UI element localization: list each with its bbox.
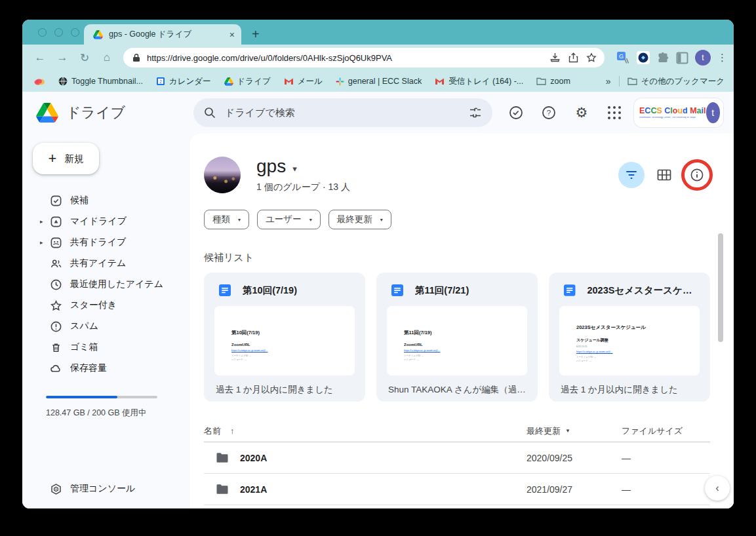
settings-gear-icon[interactable]: ⚙	[568, 100, 595, 126]
new-tab-button[interactable]: +	[252, 28, 260, 41]
card-footer: 過去 1 か月以内に開きました	[204, 375, 365, 396]
title-dropdown-icon[interactable]: ▾	[292, 164, 297, 174]
apps-grid-icon[interactable]	[601, 100, 627, 126]
filter-button[interactable]	[618, 162, 645, 188]
filter-chip-people[interactable]: ユーザー▾	[257, 210, 321, 229]
search-options-icon[interactable]	[469, 107, 482, 119]
sidebar-item-admin-console[interactable]: 管理コンソール	[22, 478, 190, 499]
side-panel-icon[interactable]	[676, 52, 688, 64]
sidebar-item-starred[interactable]: スター付き	[22, 295, 190, 316]
new-button[interactable]: + 新規	[33, 143, 99, 174]
table-row[interactable]: 2020A 2020/09/25 —	[204, 442, 710, 474]
card-footer: Shun TAKAOKA さんが編集（過去 1 か...	[376, 375, 538, 396]
close-window-button[interactable]	[38, 28, 47, 37]
suggested-card[interactable]: 2023Sセメスタースケジ... 2023Sセメスタースケジュール スケジュール…	[549, 273, 710, 402]
drive-header: ドライブ ドライブで検索 ? ⚙ ECCS Cloud Mail Informa…	[22, 92, 734, 134]
bookmark-star-icon[interactable]	[586, 52, 597, 63]
lock-icon[interactable]	[132, 53, 140, 62]
bookmark-inbox[interactable]: 受信トレイ (164) -...	[435, 76, 523, 87]
search-input[interactable]: ドライブで検索	[193, 98, 492, 127]
chevron-down-icon: ▾	[238, 217, 241, 223]
sidebar-item-storage[interactable]: 保存容量	[22, 358, 190, 379]
translate-icon[interactable]: G	[616, 51, 629, 64]
bookmark-mail[interactable]: メール	[284, 76, 323, 87]
grid-view-button[interactable]	[651, 162, 677, 188]
clock-icon	[49, 278, 62, 291]
search-icon	[204, 107, 216, 119]
zoom-window-button[interactable]	[71, 28, 79, 37]
browser-toolbar: ← → ↻ ⌂ https://drive.google.com/drive/u…	[22, 45, 734, 71]
expand-icon[interactable]: ▸	[40, 239, 49, 246]
sidebar-item-suggested[interactable]: 候補	[22, 190, 190, 211]
share-icon[interactable]	[568, 52, 578, 63]
forward-icon[interactable]: →	[54, 51, 71, 64]
drive-profile-avatar[interactable]: t	[706, 102, 721, 123]
doc-preview: 第10回(7/19) ZoomURL https://u-tokyo-ac-jp…	[214, 306, 355, 375]
column-header-name[interactable]: 名前 ↑	[204, 425, 527, 437]
extension-badge-icon[interactable]	[636, 50, 650, 65]
table-row[interactable]: 2021A 2021/09/27 —	[204, 474, 710, 505]
group-avatar[interactable]	[204, 157, 241, 193]
folder-icon	[536, 77, 546, 85]
plus-icon: +	[49, 152, 57, 165]
browser-profile-avatar[interactable]: t	[695, 50, 711, 66]
help-icon[interactable]: ?	[536, 100, 562, 126]
info-button[interactable]	[684, 162, 710, 188]
sidebar-item-recent[interactable]: 最近使用したアイテム	[22, 274, 190, 295]
group-subtitle: 1 個のグループ · 13 人	[256, 182, 350, 193]
bookmark-slack[interactable]: general | ECC Slack	[336, 77, 422, 86]
vertical-scrollbar[interactable]	[718, 233, 723, 342]
suggested-card[interactable]: 第11回(7/21) 第11回(7/19) ZoomURL https://u-…	[376, 273, 538, 402]
sidebar-item-shared-with-me[interactable]: 共有アイテム	[22, 253, 190, 274]
home-icon[interactable]: ⌂	[98, 51, 115, 64]
storage-progress-bar	[46, 396, 157, 398]
folder-icon	[216, 453, 228, 463]
bookmark-calendar[interactable]: 2 カレンダー	[156, 76, 211, 87]
save-page-icon[interactable]	[549, 52, 561, 63]
chevron-down-icon: ▾	[380, 217, 383, 223]
browser-tab[interactable]: gps - Google ドライブ ×	[84, 24, 241, 45]
calendar-icon: 2	[156, 77, 165, 86]
sidebar-item-my-drive[interactable]: ▸ マイドライブ	[22, 211, 190, 232]
suggested-card[interactable]: 第10回(7/19) 第10回(7/19) ZoomURL https://u-…	[204, 273, 365, 402]
sidebar-item-shared-drives[interactable]: ▸ 共有ドライブ	[22, 232, 190, 253]
sidebar-item-spam[interactable]: スパム	[22, 316, 190, 337]
drive-product-name: ドライブ	[66, 103, 125, 123]
filter-chip-type[interactable]: 種類▾	[204, 210, 249, 229]
bookmark-toggle-thumbnail[interactable]: Toggle Thumbnail...	[58, 77, 143, 86]
filter-chip-modified[interactable]: 最終更新▾	[328, 210, 391, 229]
column-header-modified[interactable]: 最終更新 ▼	[527, 425, 622, 437]
extensions-puzzle-icon[interactable]	[657, 52, 669, 64]
bookmark-app-icon[interactable]	[34, 77, 45, 85]
bookmark-zoom-folder[interactable]: zoom	[536, 77, 570, 86]
my-drive-icon	[49, 215, 62, 228]
tasks-check-icon[interactable]	[503, 100, 529, 126]
cloud-icon	[49, 362, 62, 375]
browser-menu-icon[interactable]: ⋮	[717, 52, 727, 64]
file-table: 名前 ↑ 最終更新 ▼ ファイルサイズ 2020A 2020/09/25	[204, 420, 710, 505]
bookmarks-overflow-icon[interactable]: »	[606, 76, 611, 86]
drive-icon	[224, 77, 233, 86]
eccs-logo: ECCS Cloud Mail Information Technology C…	[639, 107, 706, 119]
column-header-size[interactable]: ファイルサイズ	[622, 425, 710, 437]
sidebar-item-trash[interactable]: ゴミ箱	[22, 337, 190, 358]
bookmark-drive[interactable]: ドライブ	[224, 76, 271, 87]
tab-close-icon[interactable]: ×	[229, 29, 235, 40]
minimize-window-button[interactable]	[54, 28, 63, 37]
account-chip[interactable]: ECCS Cloud Mail Information Technology C…	[634, 98, 723, 127]
alert-circle-icon	[49, 320, 62, 333]
titlebar: gps - Google ドライブ × +	[22, 20, 734, 45]
doc-icon	[391, 284, 404, 297]
other-bookmarks[interactable]: その他のブックマーク	[627, 76, 725, 87]
back-icon[interactable]: ←	[31, 51, 49, 64]
sort-descending-icon: ▼	[565, 428, 570, 434]
side-panel-collapse-button[interactable]: ‹	[705, 476, 730, 501]
row-file-size: —	[622, 484, 710, 495]
drive-logo[interactable]: ドライブ	[22, 103, 190, 123]
address-bar[interactable]: https://drive.google.com/drive/u/0/folde…	[123, 48, 605, 67]
sort-ascending-icon: ↑	[230, 426, 235, 436]
page-title: gps	[256, 156, 286, 177]
expand-icon[interactable]: ▸	[40, 218, 49, 225]
slack-icon	[336, 77, 344, 86]
reload-icon[interactable]: ↻	[76, 51, 93, 65]
